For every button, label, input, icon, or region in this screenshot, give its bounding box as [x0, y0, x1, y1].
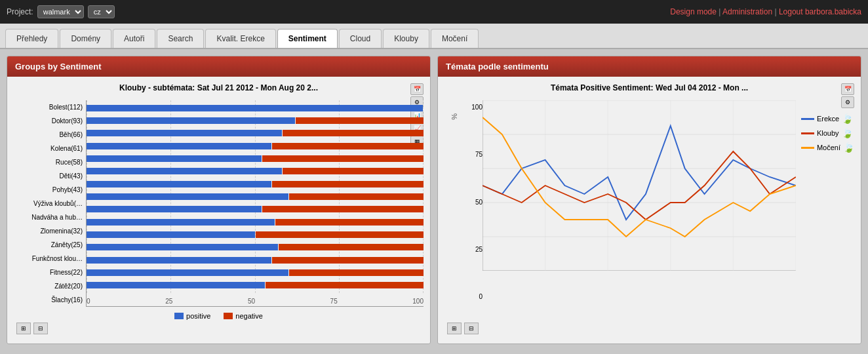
design-mode-link[interactable]: Design mode	[670, 7, 717, 16]
bar-row-3	[87, 143, 424, 149]
bar-label-6: Pohyb(43)	[14, 186, 83, 193]
bar-neg-3	[272, 143, 424, 149]
bar-label-8: Nadváha a hub…	[14, 214, 83, 221]
bottom-icons-left: ⊞ ⊟	[14, 320, 424, 337]
tab-kvalit-erekce[interactable]: Kvalit. Erekce	[205, 29, 275, 48]
bar-pos-8	[87, 206, 262, 212]
bar-neg-7	[289, 193, 424, 200]
lang-select[interactable]: cz	[88, 5, 115, 18]
moceni-label: Močení	[817, 144, 840, 151]
bar-neg-13	[289, 269, 424, 276]
bar-label-7: Výživa kloubů(…	[14, 200, 83, 207]
bar-row-0	[87, 105, 424, 111]
bar-label-3: Kolena(61)	[14, 145, 83, 152]
tab-autori[interactable]: Autoři	[113, 29, 155, 48]
legend-neg-label: negative	[235, 312, 263, 320]
tab-search[interactable]: Search	[157, 29, 204, 48]
bar-labels: Bolest(112) Doktor(93) Běh(66) Kolena(61…	[14, 100, 86, 307]
tool-calendar-r[interactable]: 📅	[841, 83, 854, 95]
erekce-line	[801, 118, 814, 120]
bar-row-5	[87, 168, 424, 174]
bar-label-14: Šlachy(16)	[14, 296, 83, 304]
bar-label-10: Záněty(25)	[14, 241, 83, 248]
tab-sentiment[interactable]: Sentiment	[277, 29, 338, 48]
bar-label-5: Děti(43)	[14, 172, 83, 180]
bar-neg-4	[262, 155, 424, 162]
export-icon-2[interactable]: ⊟	[33, 323, 48, 334]
administration-link[interactable]: Administration	[722, 7, 772, 16]
bar-area: 0 25 50 75 100	[86, 100, 424, 307]
y-100: 100	[464, 104, 483, 111]
x-label-50: 50	[248, 298, 255, 305]
bar-pos-11	[87, 244, 278, 250]
bars-wrapper	[87, 100, 424, 293]
x-label-25: 25	[165, 298, 172, 305]
legend-positive: positive	[174, 312, 210, 320]
export-icon-1[interactable]: ⊞	[16, 323, 31, 334]
bar-neg-8	[262, 206, 424, 212]
bar-neg-1	[296, 117, 424, 124]
bar-row-12	[87, 257, 424, 264]
y-axis-section: %	[444, 100, 464, 320]
right-panel-body: Témata Positive Sentiment: Wed Jul 04 20…	[438, 77, 861, 344]
bar-label-1: Doktor(93)	[14, 117, 83, 125]
legend-moceni: Močení 🍃	[801, 142, 854, 153]
bar-pos-4	[87, 155, 262, 162]
bar-neg-10	[256, 231, 424, 238]
x-label-100: 100	[412, 298, 424, 305]
legend-neg-box	[224, 313, 233, 319]
bar-row-4	[87, 155, 424, 162]
left-panel-body: Klouby - subtémata: Sat Jul 21 2012 - Mo…	[7, 77, 430, 344]
bar-row-10	[87, 231, 424, 238]
x-label-75: 75	[330, 298, 338, 305]
tab-domeny[interactable]: Domény	[60, 29, 111, 48]
bar-pos-6	[87, 181, 271, 187]
right-panel-header: Témata podle sentimentu	[438, 56, 861, 77]
bar-row-1	[87, 117, 424, 124]
bar-neg-9	[275, 219, 424, 226]
bar-neg-6	[272, 181, 424, 187]
y-50: 50	[464, 199, 483, 206]
bar-label-12: Fitness(22)	[14, 269, 83, 276]
klouby-label: Klouby	[817, 129, 839, 137]
legend-pos-box	[174, 313, 184, 319]
bar-pos-3	[87, 143, 271, 149]
bar-pos-14	[87, 282, 265, 288]
tab-moceni[interactable]: Močení	[431, 29, 479, 48]
bar-pos-12	[87, 257, 271, 264]
right-legend: Erekce 🍃 Klouby 🍃 Močení 🍃	[801, 100, 854, 320]
bar-pos-9	[87, 219, 275, 226]
legend-negative: negative	[224, 312, 263, 320]
bar-pos-1	[87, 117, 295, 124]
bar-row-2	[87, 130, 424, 136]
legend-klouby: Klouby 🍃	[801, 128, 854, 138]
export-icon-r1[interactable]: ⊞	[447, 323, 462, 334]
bar-row-7	[87, 193, 424, 200]
logout-link[interactable]: Logout barbora.babicka	[779, 7, 861, 16]
left-panel: Groups by Sentiment Klouby - subtémata: …	[7, 56, 431, 344]
tool-calendar[interactable]: 📅	[410, 83, 424, 95]
project-select[interactable]: walmark	[37, 5, 84, 18]
tab-klouby[interactable]: Klouby	[383, 29, 429, 48]
tool-settings-r[interactable]: ⚙	[841, 96, 854, 108]
bar-pos-0	[87, 105, 423, 111]
y-axis-numbers: 100 75 50 25 0	[464, 100, 483, 320]
line-moceni	[483, 117, 796, 237]
tab-cloud[interactable]: Cloud	[339, 29, 382, 48]
klouby-icon: 🍃	[842, 128, 853, 138]
bar-label-0: Bolest(112)	[14, 104, 83, 111]
bar-neg-2	[283, 130, 424, 136]
project-label: Project:	[7, 7, 33, 16]
export-icon-r2[interactable]: ⊟	[464, 323, 479, 334]
project-section: Project: walmark cz	[7, 5, 115, 18]
main-content: Groups by Sentiment Klouby - subtémata: …	[0, 49, 868, 351]
erekce-label: Erekce	[817, 115, 839, 123]
bar-legend: positive negative	[14, 312, 424, 320]
y-25: 25	[464, 246, 483, 253]
line-chart-svg: Čvc 8, 2012 Čvc 15, 2012 Čvc 22, 2012 Čv…	[483, 100, 796, 271]
bar-chart-title: Klouby - subtémata: Sat Jul 21 2012 - Mo…	[14, 83, 424, 92]
moceni-line	[801, 147, 814, 149]
bar-pos-5	[87, 168, 282, 174]
tab-prehledy[interactable]: Přehledy	[5, 29, 58, 48]
top-bar: Project: walmark cz Design mode | Admini…	[0, 0, 868, 24]
